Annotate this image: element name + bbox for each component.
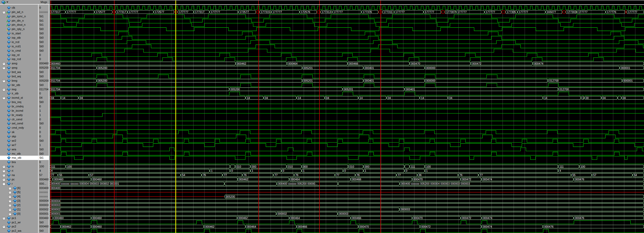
signal-name[interactable]: qreg	[12, 66, 17, 69]
signal-row-wr2[interactable]: wr2St0	[0, 139, 49, 143]
signal-row-pin_rply_n[interactable]: pin_rply_nSt0	[0, 27, 49, 31]
signal-row-pc[interactable]: +pc000460	[0, 177, 49, 182]
signal-row-bra_req[interactable]: bra_reqSt0	[0, 100, 49, 104]
signal-row-br_iocmd[interactable]: br_iocmd1	[0, 109, 49, 113]
signal-name[interactable]: [1]	[17, 208, 20, 211]
expand-icon[interactable]: +	[3, 88, 5, 91]
signal-name[interactable]: iocmd_st	[12, 96, 23, 99]
signal-row-5[interactable]: +[5]xxxxxx	[0, 190, 49, 194]
signal-name[interactable]: iop_rcd	[12, 57, 21, 61]
signal-name[interactable]: pc2_wa	[12, 229, 21, 232]
signal-row-bir_stb[interactable]: bir_stbSt0	[0, 83, 49, 87]
signal-name[interactable]: br_cmdrq	[12, 105, 23, 108]
signal-name[interactable]: pin_din_n	[12, 19, 24, 22]
cursor-track[interactable]	[50, 0, 644, 1]
signal-row-pc2[interactable]: +pc2000460	[0, 224, 49, 229]
signal-row-areg[interactable]: +areg000460	[0, 61, 49, 66]
signal-name[interactable]: pin_dout_n	[12, 23, 25, 26]
signal-row-iocmd_st[interactable]: +iocmd_st04	[0, 96, 49, 100]
waveform-canvas[interactable]: 1773171777771725771773171777771725771777…	[50, 0, 644, 233]
signal-row-io_cmd[interactable]: io_cmdSt0	[0, 49, 49, 53]
expand-icon[interactable]: +	[9, 204, 11, 207]
signal-row-mc_stb[interactable]: mc_stbSt0	[0, 152, 49, 156]
expand-icon[interactable]: +	[3, 174, 5, 177]
signal-row-ri[interactable]: +ri4	[0, 169, 49, 173]
expand-icon[interactable]: +	[9, 200, 11, 202]
signal-row-bra[interactable]: bra0	[0, 160, 49, 164]
signal-name[interactable]: iop_rd	[12, 53, 20, 56]
signal-name[interactable]: ir_stb	[12, 92, 19, 95]
signal-row-br_cmdrq[interactable]: br_cmdrq0	[0, 104, 49, 109]
signal-name[interactable]: [2]	[17, 203, 20, 207]
signal-row-pc1_wr[interactable]: pc1_wrSt0	[0, 220, 49, 225]
signal-name[interactable]: io_start	[12, 32, 21, 35]
signal-name[interactable]: bir_stb	[12, 83, 20, 86]
signal-row-cmd_nrdy[interactable]: cmd_nrdy0	[0, 126, 49, 130]
signal-row-3[interactable]: +[3]000004	[0, 199, 49, 203]
signal-name[interactable]: ix	[12, 165, 14, 168]
signal-name[interactable]: mc_stb	[12, 152, 21, 155]
signal-name[interactable]: pc1_wr	[12, 221, 21, 224]
signal-name[interactable]: mw_stb	[12, 156, 21, 159]
signal-row-iop_rcd[interactable]: iop_rcd0	[0, 57, 49, 61]
signal-row-ir_stb[interactable]: ir_stb0	[0, 91, 49, 96]
signal-row-pc2_wa[interactable]: pc2_waSt0	[0, 229, 49, 233]
signal-row-io_start[interactable]: io_startSt0	[0, 31, 49, 36]
signal-row-0[interactable]: +[0]000001	[0, 212, 49, 216]
signal-name[interactable]: clk	[12, 6, 15, 9]
signal-name[interactable]: brd_wq	[12, 75, 21, 78]
signal-row-skp[interactable]: skp0	[0, 134, 49, 139]
expand-icon[interactable]: +	[9, 213, 11, 215]
signal-name[interactable]: [0]	[17, 212, 20, 215]
signal-name[interactable]: set_cend	[12, 122, 23, 125]
signal-name[interactable]: pc2	[12, 225, 16, 228]
signal-name[interactable]: pc1	[12, 216, 16, 220]
signal-name[interactable]: na	[12, 173, 15, 177]
signal-row-wra[interactable]: wraSt0	[0, 147, 49, 152]
wave-window-icon[interactable]	[1, 1, 8, 4]
signal-row-pin_din_n[interactable]: pin_din_nSt1	[0, 19, 49, 23]
signal-name[interactable]: pin_ad_n	[12, 10, 23, 13]
signal-name[interactable]: wr2	[12, 139, 16, 142]
signal-row-pin_sync_n[interactable]: pin_sync_nSt1	[0, 14, 49, 19]
signal-row-pc1[interactable]: +pc1000460	[0, 216, 49, 220]
signal-row-wr7[interactable]: wr71	[0, 143, 49, 147]
expand-icon[interactable]: +	[3, 80, 5, 82]
expand-icon[interactable]: +	[3, 67, 5, 69]
signal-row-io_rcd[interactable]: io_rcdSt0	[0, 40, 49, 44]
signal-name[interactable]: iop_stb	[12, 36, 21, 39]
signal-row-6[interactable]: +[6]000400	[0, 186, 49, 190]
expand-icon[interactable]: +	[3, 62, 5, 65]
signal-row-clk[interactable]: clk0	[0, 6, 49, 10]
expand-icon[interactable]: +	[9, 195, 11, 198]
signal-row-br_ready[interactable]: br_ready1	[0, 113, 49, 117]
signal-name[interactable]: [3]	[17, 199, 20, 202]
signal-name[interactable]: io_rcd1	[12, 45, 21, 48]
signal-name[interactable]: bra_req	[12, 100, 21, 104]
signal-name[interactable]: pin_sync_n	[12, 15, 26, 18]
signal-row-iop_rd[interactable]: iop_rd0	[0, 53, 49, 57]
signal-name[interactable]: ireg	[12, 88, 16, 91]
signal-name[interactable]: areg	[12, 62, 17, 65]
signal-row-ix[interactable]: +ix100	[0, 164, 49, 169]
signal-row-iop_stb[interactable]: iop_stbSt0	[0, 36, 49, 40]
signal-name[interactable]: breg	[12, 79, 17, 82]
signal-row-pin_ad_n[interactable]: +pin_ad_nxxxxxx	[0, 10, 49, 14]
signal-name[interactable]: sk	[12, 130, 14, 134]
signal-row-r[interactable]: -r000...	[0, 182, 49, 186]
signal-name[interactable]: clr_cend	[12, 118, 22, 121]
expand-icon[interactable]: +	[9, 187, 11, 190]
signal-name[interactable]: wr7	[12, 143, 16, 147]
signal-row-pin_dout_n[interactable]: pin_dout_nSt1	[0, 23, 49, 27]
expand-icon[interactable]: +	[3, 178, 5, 181]
name-value-separator[interactable]	[38, 0, 39, 233]
signal-row-brd_wq[interactable]: brd_wqSt0	[0, 74, 49, 79]
value-wave-separator[interactable]	[49, 0, 49, 233]
signal-row-qreg[interactable]: +qreg005200	[0, 66, 49, 70]
signal-row-1[interactable]: +[1]000002	[0, 207, 49, 212]
signal-name[interactable]: [4]	[17, 195, 20, 198]
signal-row-brd_wa[interactable]: brd_waSt0	[0, 70, 49, 74]
signal-name[interactable]: br_ready	[12, 113, 23, 116]
signal-row-2[interactable]: +[2]000003	[0, 203, 49, 207]
signal-name[interactable]: [5]	[17, 191, 20, 194]
